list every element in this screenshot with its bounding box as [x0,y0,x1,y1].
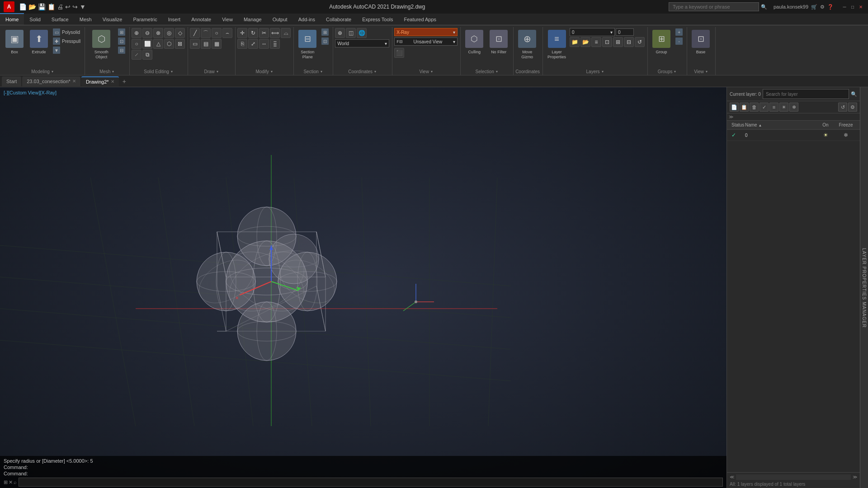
layer-icon-1[interactable]: 📁 [570,37,580,47]
subtract-button[interactable]: ⊖ [142,28,152,38]
tab-view[interactable]: View [217,13,238,25]
tab-collaborate[interactable]: Collaborate [321,13,357,25]
section-expand-icon[interactable]: ▾ [321,70,322,74]
scale-button[interactable]: ⤢ [248,39,258,49]
ucs-face-button[interactable]: ◫ [346,28,356,38]
crease-button[interactable]: ⊟ [117,46,127,54]
no-filter-button[interactable]: ⊡ No Filter [487,28,510,56]
smooth-object-button[interactable]: ⬡ Smooth Object [87,28,116,61]
section-plane-button[interactable]: ⊟ SectionPlane [296,28,319,61]
layer-icon-5[interactable]: ⊞ [613,37,623,47]
tab-surface[interactable]: Surface [46,13,74,25]
col-name[interactable]: Name ▲ [743,122,816,128]
layer-row[interactable]: ✓ 0 ☀ ❄ [727,130,860,141]
close-conesection-button[interactable]: ✕ [72,79,76,84]
refine-button[interactable]: ⊡ [117,37,127,45]
culling-button[interactable]: ⬡ Culling [462,28,486,56]
draw-expand-icon[interactable]: ▾ [217,70,218,74]
open-icon[interactable]: 📂 [28,3,36,10]
more-modeling-button[interactable]: ▼ [52,46,82,54]
doc-tab-drawing2[interactable]: Drawing2* ✕ [81,76,119,86]
groups-expand-icon[interactable]: ▾ [674,70,676,74]
close-button[interactable]: ✕ [857,3,864,10]
redo-icon[interactable]: ↪ [72,3,78,10]
extrude-button[interactable]: ⬆ Extrude [27,28,51,56]
cmd-icon-1[interactable]: ⊞ [4,479,8,485]
tab-visualize[interactable]: Visualize [97,13,128,25]
new-layer-button[interactable]: 📄 [730,103,739,112]
layer-freeze-button[interactable]: ❄ [789,103,798,112]
viewport[interactable]: [-][Custom View][X-Ray] [0,87,726,488]
layer-refresh-icon[interactable]: ↺ [635,37,645,47]
fillet-button[interactable]: ⌓ [281,28,291,38]
chamfer-edge-button[interactable]: ◇ [175,28,185,38]
shell-button[interactable]: ○ [132,39,142,49]
saveas-icon[interactable]: 📋 [47,3,55,10]
layer-collapse-btn[interactable]: ≪ [730,474,734,480]
modify-expand-icon[interactable]: ▾ [271,70,273,74]
separate-button[interactable]: ⊠ [175,39,185,49]
arc-button[interactable]: ⌢ [222,28,232,38]
layer-freeze-0[interactable]: ❄ [835,131,857,139]
box-button[interactable]: ▣ Box [3,28,26,56]
layer-icon-3[interactable]: ≡ [591,37,601,47]
set-current-button[interactable]: ✓ [760,103,769,112]
move-button[interactable]: ✛ [237,28,247,38]
polysolid-button[interactable]: ▭ Polysolid [52,28,82,36]
section-btn1[interactable]: ⊞ [320,28,330,36]
tab-parametric[interactable]: Parametric [127,13,162,25]
base-button[interactable]: ⊡ Base [689,28,712,56]
tab-solid[interactable]: Solid [24,13,46,25]
group-button[interactable]: ⊞ Group [650,28,673,56]
layer-name-dropdown[interactable]: 0 ▾ [570,28,615,36]
mesh-expand-icon[interactable]: ▾ [112,70,114,74]
offset-faces-button[interactable]: ⬜ [142,39,152,49]
layer-on-button[interactable]: ☀ [779,103,788,112]
polyline-button[interactable]: ⌒ [201,28,211,38]
tab-mesh[interactable]: Mesh [74,13,97,25]
rotate-button[interactable]: ↻ [248,28,258,38]
search-icon[interactable]: 🔍 [761,4,767,10]
stretch-button[interactable]: ↔ [259,39,269,49]
maximize-button[interactable]: □ [849,3,856,10]
tab-addins[interactable]: Add-ins [293,13,321,25]
visual-styles-button[interactable]: ⬛ [394,48,404,58]
new-vp-layer-button[interactable]: 📋 [740,103,749,112]
layer-states-button[interactable]: ≡ [769,103,778,112]
fillet-edge-button[interactable]: ◎ [164,28,174,38]
layer-on-0[interactable]: ☀ [816,131,835,139]
layer-number-input[interactable] [616,28,634,36]
section-btn2[interactable]: ⊡ [320,37,330,45]
modeling-expand-icon[interactable]: ▾ [52,70,53,74]
undo-icon[interactable]: ↩ [65,3,71,10]
settings-icon[interactable]: ⚙ [820,4,825,10]
extrude-faces-button[interactable]: ⬡ [164,39,174,49]
ucs-button[interactable]: ⊕ [335,28,345,38]
circle-button[interactable]: ○ [212,28,222,38]
help-icon[interactable]: ❓ [827,4,834,10]
layer-icon-6[interactable]: ⊟ [624,37,634,47]
delete-layer-button[interactable]: 🗑 [750,103,759,112]
layer-search-icon[interactable]: 🔍 [851,91,857,97]
command-input[interactable] [19,478,723,487]
tab-home[interactable]: Home [0,13,24,25]
doc-tab-conesection[interactable]: 23.03_conesection* ✕ [22,76,80,86]
close-drawing2-button[interactable]: ✕ [111,79,114,84]
view-expand-icon[interactable]: ▾ [431,70,433,74]
thicken-button[interactable]: ⧉ [142,50,152,60]
smooth-more-button[interactable]: ⊞ [117,28,127,36]
tab-insert[interactable]: Insert [163,13,186,25]
selection-expand-icon[interactable]: ▾ [496,70,498,74]
cmd-icon-3[interactable]: ⌕ [14,479,17,485]
array-button[interactable]: ⣿ [270,39,280,49]
presspull-button[interactable]: ✚ Presspull [52,37,82,45]
line-button[interactable]: ╱ [190,28,200,38]
xray-dropdown[interactable]: X-Ray ▾ [394,28,458,36]
intersect-button[interactable]: ⊗ [153,28,163,38]
add-tab-button[interactable]: + [120,77,129,86]
layer-search-input[interactable] [763,89,849,99]
layer-settings-button[interactable]: ⚙ [848,103,857,112]
layer-scroll-right[interactable]: ≫ [853,474,857,480]
doc-tab-start[interactable]: Start [2,76,21,86]
tab-featured[interactable]: Featured Apps [399,13,442,25]
